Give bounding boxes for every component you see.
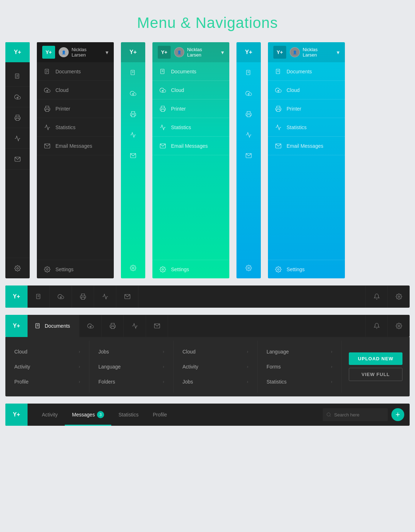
topnav2-active-documents[interactable]: Documents: [28, 315, 79, 337]
sidebar1-logo[interactable]: Y+: [5, 42, 30, 62]
documents-icon: [35, 323, 41, 329]
topnav1-gear[interactable]: [387, 285, 410, 308]
sidebar3-nav-statistics[interactable]: [121, 125, 145, 145]
dropdown-profile-1[interactable]: Profile ›: [13, 374, 82, 389]
sidebar1-nav-email[interactable]: [5, 149, 30, 170]
sidebar2-nav-email[interactable]: Email Messages: [37, 137, 114, 155]
statistics-icon: [275, 124, 282, 131]
topnav2-cloud[interactable]: [79, 315, 102, 337]
topnav2-email[interactable]: [146, 315, 168, 337]
sidebar6-nav-statistics[interactable]: Statistics: [268, 118, 345, 137]
dropdown-col-3: Cloud › Activity › Jobs ›: [174, 341, 258, 393]
svg-point-29: [162, 268, 164, 270]
sidebar1-settings[interactable]: [5, 258, 30, 278]
sidebar3-nav-cloud[interactable]: [121, 83, 145, 104]
sidebar5-nav-printer[interactable]: [236, 104, 261, 125]
dropdown-cloud-2[interactable]: Cloud ›: [181, 344, 250, 359]
dropdown-language-1-label: Language: [98, 364, 121, 370]
tab-activity[interactable]: Activity: [35, 404, 65, 426]
tab-statistics[interactable]: Statistics: [111, 404, 146, 426]
topnav2-logo-text: Y+: [13, 323, 20, 329]
sidebar4-logo-bar[interactable]: Y+ 👤 Nicklas Larsen ▾: [152, 42, 229, 62]
sidebar5-settings[interactable]: [236, 258, 261, 278]
sidebar5-nav-cloud[interactable]: [236, 83, 261, 104]
topnav1-cloud[interactable]: [50, 285, 72, 308]
topnav2-gear[interactable]: [387, 315, 410, 337]
sidebar6-avatar: 👤: [290, 47, 300, 57]
dropdown-statistics[interactable]: Statistics ›: [265, 374, 334, 389]
sidebar4-nav-documents[interactable]: Documents: [152, 62, 229, 81]
tabnav-logo[interactable]: Y+: [5, 404, 28, 426]
tab-messages[interactable]: Messages 3: [65, 404, 111, 426]
sidebar5-nav-statistics[interactable]: [236, 125, 261, 145]
sidebar3-settings[interactable]: [121, 258, 145, 278]
topnav2-logo[interactable]: Y+: [5, 315, 28, 337]
sidebar-minimal-blue: Y+: [236, 42, 261, 278]
tab-messages-badge: 3: [97, 411, 104, 418]
dropdown-activity-1[interactable]: Activity ›: [13, 359, 82, 374]
sidebar4-nav-email[interactable]: Email Messages: [152, 137, 229, 155]
sidebar1-nav-statistics[interactable]: [5, 128, 30, 149]
sidebar3-nav-printer[interactable]: [121, 104, 145, 125]
sidebar3-nav-documents[interactable]: [121, 62, 145, 83]
sidebar-expanded-blue: Y+ 👤 Nicklas Larsen ▾ Documents Cloud Pr…: [268, 42, 345, 278]
dropdown-jobs-1[interactable]: Jobs ›: [97, 344, 166, 359]
sidebar6-logo-bar[interactable]: Y+ 👤 Nicklas Larsen ▾: [268, 42, 345, 62]
sidebar4-nav-printer[interactable]: Printer: [152, 99, 229, 118]
sidebar1-nav-cloud[interactable]: [5, 87, 30, 107]
topnav1-documents[interactable]: [28, 285, 50, 308]
dropdown-cloud-1[interactable]: Cloud ›: [13, 344, 82, 359]
documents-icon: [44, 68, 50, 75]
sidebar2-nav-statistics[interactable]: Statistics: [37, 118, 114, 137]
search-input[interactable]: [334, 412, 384, 418]
sidebar4-chevron: ▾: [221, 49, 224, 56]
sidebar3-nav-email[interactable]: [121, 145, 145, 166]
dropdown-cloud-2-label: Cloud: [182, 349, 196, 355]
sidebar4-settings[interactable]: Settings: [152, 260, 229, 278]
add-button[interactable]: +: [391, 408, 404, 421]
topnav2-statistics[interactable]: [124, 315, 146, 337]
dropdown-folders-1[interactable]: Folders ›: [97, 374, 166, 389]
tab-profile[interactable]: Profile: [146, 404, 174, 426]
sidebar6-nav-printer[interactable]: Printer: [268, 99, 345, 118]
sidebar3-logo[interactable]: Y+: [121, 42, 145, 62]
sidebar1-nav-documents[interactable]: [5, 66, 30, 87]
topnav1-items: [28, 285, 365, 308]
sidebar4-nav-cloud[interactable]: Cloud: [152, 81, 229, 99]
sidebar2-nav-documents[interactable]: Documents: [37, 62, 114, 81]
sidebar6-nav-cloud[interactable]: Cloud: [268, 81, 345, 99]
dropdown-activity-2[interactable]: Activity ›: [181, 359, 250, 374]
sidebar5-nav-documents[interactable]: [236, 62, 261, 83]
printer-icon: [160, 106, 166, 112]
sidebar2-nav-cloud[interactable]: Cloud: [37, 81, 114, 99]
gear-icon: [396, 293, 402, 300]
topnav2-bell[interactable]: [365, 315, 387, 337]
topnav1-email[interactable]: [116, 285, 138, 308]
dropdown-jobs-2[interactable]: Jobs ›: [181, 374, 250, 389]
documents-icon: [275, 68, 282, 75]
sidebar2-logo-bar[interactable]: Y+ 👤 Nicklas Larsen ▾: [37, 42, 114, 62]
topnav1-bell[interactable]: [365, 285, 387, 308]
sidebar6-settings[interactable]: Settings: [268, 260, 345, 278]
sidebar6-nav-email[interactable]: Email Messages: [268, 137, 345, 155]
topnav2-printer[interactable]: [102, 315, 124, 337]
topnav1-statistics[interactable]: [94, 285, 116, 308]
svg-rect-48: [81, 297, 84, 299]
sidebar6-nav-documents[interactable]: Documents: [268, 62, 345, 81]
dropdown-forms[interactable]: Forms ›: [265, 359, 334, 374]
sidebar4-nav-statistics[interactable]: Statistics: [152, 118, 229, 137]
sidebar2-settings[interactable]: Settings: [37, 260, 114, 278]
sidebar5-logo[interactable]: Y+: [236, 42, 261, 62]
chevron-right-icon: ›: [247, 379, 248, 384]
view-full-button[interactable]: VIEW FULL: [349, 368, 402, 381]
topnav1-printer[interactable]: [72, 285, 94, 308]
email-icon: [154, 323, 160, 329]
sidebar2-nav-printer[interactable]: Printer: [37, 99, 114, 118]
upload-new-button[interactable]: UPLOAD NEW: [349, 352, 402, 365]
sidebar1-nav-printer[interactable]: [5, 107, 30, 128]
tabnav-bar: Y+ Activity Messages 3 Statistics Profil…: [5, 404, 410, 426]
sidebar5-nav-email[interactable]: [236, 145, 261, 166]
dropdown-language-2[interactable]: Language ›: [265, 344, 334, 359]
topnav1-logo[interactable]: Y+: [5, 285, 28, 308]
dropdown-language-1[interactable]: Language ›: [97, 359, 166, 374]
